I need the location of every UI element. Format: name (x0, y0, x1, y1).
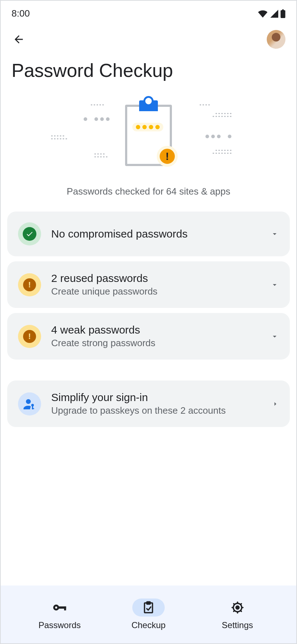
svg-rect-0 (280, 10, 285, 18)
card-subtitle: Upgrade to passkeys on these 2 accounts (51, 405, 262, 416)
nav-label: Passwords (39, 620, 81, 630)
page-title: Password Checkup (1, 52, 296, 92)
gear-icon (230, 600, 245, 615)
chevron-down-icon (270, 332, 279, 341)
nav-label: Settings (222, 620, 253, 630)
chevron-down-icon (270, 230, 279, 238)
avatar[interactable] (267, 30, 285, 49)
nav-label: Checkup (132, 620, 166, 630)
arrow-back-icon (13, 33, 25, 45)
card-title: 4 weak passwords (51, 324, 260, 336)
clipboard-icon: ! (125, 105, 172, 166)
svg-rect-5 (32, 408, 34, 409)
status-time: 8:00 (12, 8, 30, 19)
svg-rect-9 (64, 606, 66, 610)
warning-icon: ! (18, 273, 41, 296)
weak-passwords-card[interactable]: ! 4 weak passwords Create strong passwor… (7, 313, 290, 360)
card-subtitle: Create strong passwords (51, 338, 260, 349)
compromised-passwords-card[interactable]: No compromised passwords (7, 212, 290, 256)
wifi-icon (258, 10, 267, 18)
check-icon (18, 222, 41, 245)
app-header (1, 23, 296, 52)
chevron-right-icon (272, 400, 279, 408)
battery-icon (280, 9, 285, 18)
chevron-down-icon (270, 280, 279, 289)
svg-rect-1 (282, 9, 284, 10)
warning-badge-icon: ! (157, 146, 178, 167)
cellular-icon (270, 10, 278, 18)
nav-checkup[interactable]: Checkup (104, 599, 193, 630)
card-title: 2 reused passwords (51, 272, 260, 284)
card-subtitle: Create unique passwords (51, 286, 260, 297)
reused-passwords-card[interactable]: ! 2 reused passwords Create unique passw… (7, 261, 290, 308)
key-icon (52, 600, 67, 615)
svg-rect-11 (147, 602, 150, 604)
warning-icon: ! (18, 325, 41, 348)
clipboard-check-icon (142, 601, 155, 614)
nav-settings[interactable]: Settings (193, 599, 282, 630)
summary-text: Passwords checked for 64 sites & apps (1, 186, 296, 197)
svg-point-12 (236, 606, 239, 609)
back-button[interactable] (12, 32, 26, 47)
card-title: No compromised passwords (51, 228, 260, 240)
svg-point-7 (55, 606, 57, 609)
status-bar: 8:00 (1, 1, 296, 23)
bottom-navigation: Passwords Checkup Settings (1, 586, 296, 643)
passkeys-card[interactable]: Simplify your sign-in Upgrade to passkey… (7, 380, 290, 427)
checkup-illustration: ! (1, 96, 296, 175)
person-key-icon (18, 392, 41, 415)
svg-point-2 (26, 399, 31, 404)
status-icons (258, 9, 285, 18)
card-title: Simplify your sign-in (51, 391, 262, 404)
nav-passwords[interactable]: Passwords (15, 599, 104, 630)
